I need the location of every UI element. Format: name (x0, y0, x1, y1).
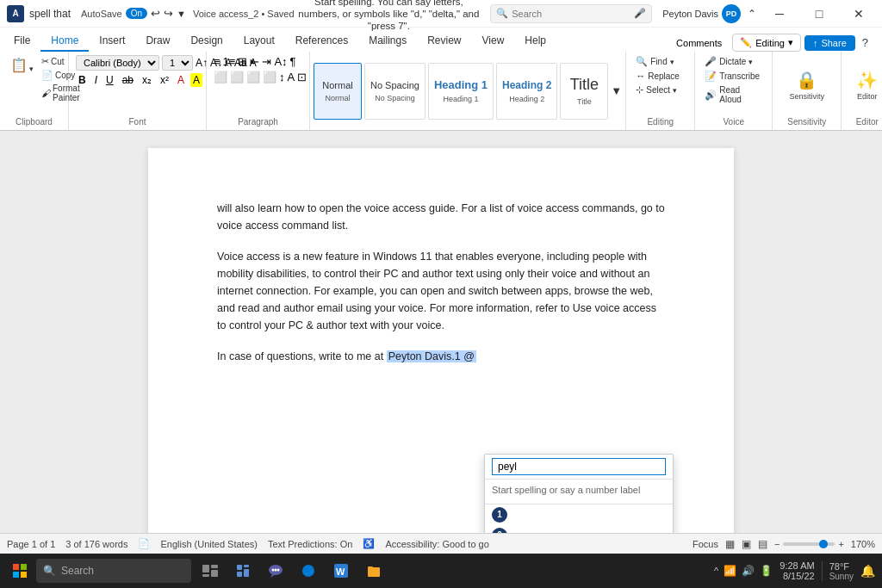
sort-button[interactable]: A↕ (274, 55, 287, 68)
battery-icon[interactable]: 🔋 (760, 565, 773, 577)
language-info: English (United States) (160, 539, 258, 549)
bold-button[interactable]: B (76, 73, 89, 87)
tab-help[interactable]: Help (514, 31, 556, 52)
autocomplete-item-2[interactable]: 2 pey (485, 525, 673, 533)
style-normal[interactable]: Normal Normal (314, 63, 362, 120)
sensitivity-button[interactable]: 🔒 Sensitivity (786, 68, 828, 102)
user-avatar[interactable]: PD (722, 4, 741, 23)
maximize-button[interactable]: □ (799, 0, 839, 28)
tab-draw[interactable]: Draw (135, 31, 180, 52)
editor-button[interactable]: ✨ Editor (853, 68, 881, 102)
read-aloud-button[interactable]: 🔊 Read Aloud (702, 84, 765, 105)
tab-file[interactable]: File (3, 31, 40, 52)
italic-button[interactable]: I (92, 73, 100, 87)
minimize-button[interactable]: ─ (760, 0, 799, 28)
find-button[interactable]: 🔍 Find ▾ (633, 55, 687, 68)
tab-home[interactable]: Home (40, 31, 89, 52)
replace-button[interactable]: ↔ Replace (633, 70, 687, 82)
notifications-icon[interactable]: 🔔 (860, 564, 875, 578)
align-left-button[interactable]: ⬜ (214, 71, 227, 84)
style-no-spacing[interactable]: No Spacing No Spacing (364, 63, 425, 120)
microphone-icon[interactable]: 🎤 (634, 8, 646, 19)
taskbar-icon-task-view[interactable] (195, 555, 226, 586)
align-center-button[interactable]: ⬜ (230, 71, 244, 84)
decrease-indent-button[interactable]: ⇤ (250, 55, 259, 68)
taskbar-icon-word[interactable]: W (326, 555, 357, 586)
font-name-selector[interactable]: Calibri (Body) (76, 55, 159, 71)
network-icon[interactable]: 📶 (724, 565, 736, 577)
volume-icon[interactable]: 🔊 (742, 565, 755, 577)
multilevel-list-button[interactable]: ⊞ (238, 55, 247, 68)
styles-dropdown-icon[interactable]: ▼ (611, 84, 622, 97)
tab-insert[interactable]: Insert (89, 31, 135, 52)
select-button[interactable]: ⊹ Select ▾ (633, 84, 687, 96)
borders-button[interactable]: ⊡ (297, 71, 307, 84)
show-formatting-button[interactable]: ¶ (290, 55, 296, 68)
font-size-selector[interactable]: 11 (162, 55, 193, 71)
taskbar-search[interactable]: 🔍 Search (36, 559, 191, 583)
tab-mailings[interactable]: Mailings (358, 31, 417, 52)
view-mode-2-icon[interactable]: ▣ (742, 538, 751, 550)
tab-view[interactable]: View (472, 31, 515, 52)
text-highlight-color-icon[interactable]: A (190, 73, 202, 87)
datetime-area[interactable]: 9:28 AM 8/15/22 (780, 560, 814, 581)
increase-font-icon[interactable]: A↑ (196, 57, 208, 69)
tab-review[interactable]: Review (417, 31, 471, 52)
autosave-toggle[interactable]: On (126, 8, 147, 19)
view-mode-3-icon[interactable]: ▤ (758, 538, 767, 550)
chevron-up-icon[interactable]: ^ (714, 566, 718, 576)
zoom-out-icon[interactable]: − (774, 539, 780, 549)
zoom-in-icon[interactable]: + (838, 539, 843, 549)
shading-button[interactable]: A (288, 71, 295, 84)
style-heading2[interactable]: Heading 2 Heading 2 (496, 63, 557, 120)
transcribe-button[interactable]: 📝 Transcribe (702, 70, 765, 83)
taskbar-icon-chat[interactable] (260, 555, 291, 586)
search-box[interactable]: 🔍 🎤 (490, 4, 652, 23)
taskbar: 🔍 Search (0, 554, 882, 588)
strikethrough-button[interactable]: ab (120, 73, 136, 87)
subscript-button[interactable]: x₂ (140, 73, 154, 87)
underline-button[interactable]: U (103, 73, 116, 87)
zoom-slider[interactable] (783, 542, 835, 546)
align-right-button[interactable]: ⬜ (246, 71, 260, 84)
taskbar-icon-edge[interactable] (293, 555, 324, 586)
undo-icon[interactable]: ↩ (151, 7, 160, 20)
taskbar-icon-widgets[interactable] (227, 555, 258, 586)
zoom-control[interactable]: − + (774, 539, 844, 549)
zoom-level[interactable]: 170% (851, 539, 875, 549)
help-icon[interactable]: ? (859, 36, 872, 49)
document-page[interactable]: will also learn how to open the voice ac… (148, 148, 734, 533)
font-section: Calibri (Body) 11 A↑ A↓ A Aa A B I (69, 52, 207, 130)
dictate-button[interactable]: 🎤 Dictate ▾ (702, 55, 765, 68)
paste-dropdown-icon[interactable]: ▾ (29, 65, 34, 73)
taskbar-icon-file-explorer[interactable] (358, 555, 389, 586)
editing-button[interactable]: ✏️ Editing ▾ (732, 34, 801, 52)
bullets-button[interactable]: ≡ (214, 55, 220, 68)
line-spacing-button[interactable]: ↕ (279, 71, 285, 84)
weather-area[interactable]: 78°F Sunny (822, 561, 854, 581)
redo-icon[interactable]: ↪ (164, 7, 173, 20)
justify-button[interactable]: ⬜ (263, 71, 276, 84)
close-button[interactable]: ✕ (839, 0, 879, 28)
search-input[interactable] (512, 9, 630, 19)
autocomplete-item-1[interactable]: 1 (485, 504, 673, 525)
autocomplete-input[interactable] (492, 458, 666, 475)
sys-icons: ^ 📶 🔊 🔋 (714, 565, 773, 577)
style-heading1[interactable]: Heading 1 Heading 1 (428, 63, 494, 120)
customize-icon[interactable]: ▼ (177, 9, 186, 19)
focus-button[interactable]: Focus (693, 539, 718, 549)
comments-button[interactable]: Comments (669, 35, 729, 51)
view-mode-1-icon[interactable]: ▦ (725, 538, 735, 550)
numbering-button[interactable]: 1≡ (223, 55, 236, 68)
tab-layout[interactable]: Layout (233, 31, 285, 52)
start-button[interactable] (7, 558, 33, 584)
tab-references[interactable]: References (285, 31, 358, 52)
tab-design[interactable]: Design (180, 31, 233, 52)
font-color-icon[interactable]: A (175, 73, 187, 87)
superscript-button[interactable]: x² (158, 73, 171, 87)
style-title[interactable]: Title Title (560, 63, 608, 120)
paste-button[interactable]: 📋 ▾ (7, 55, 34, 75)
ribbon-toggle-icon[interactable]: ⌃ (748, 8, 756, 20)
share-button[interactable]: ↑ Share (804, 35, 855, 51)
increase-indent-button[interactable]: ⇥ (262, 55, 271, 68)
